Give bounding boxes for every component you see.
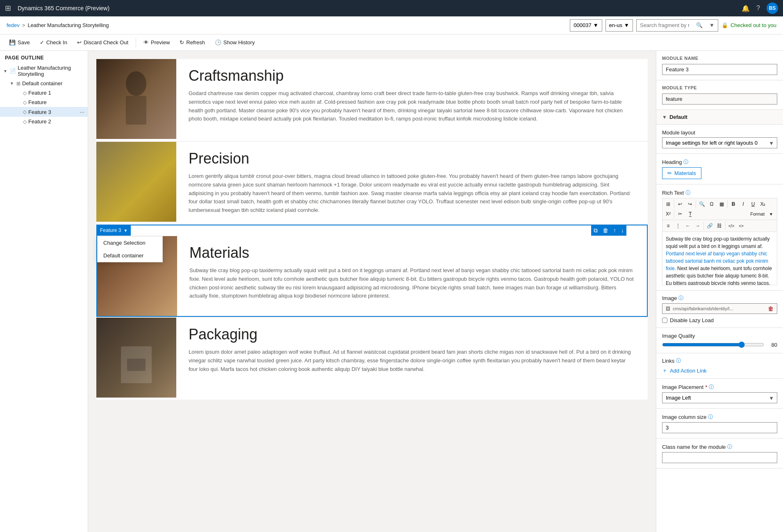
breadcrumb-link[interactable]: fedev [7, 22, 20, 28]
help-icon[interactable]: ? [756, 5, 760, 12]
sidebar-item-feature-3[interactable]: ◇ Feature 3 ··· [0, 107, 88, 117]
rich-text-info-icon[interactable]: ⓘ [685, 189, 690, 196]
add-action-link-button[interactable]: ＋ Add Action Link [662, 367, 777, 374]
breadcrumb-right: 000037 ▼ en-us ▼ 🔍 ▼ 🔒 Checked out to yo… [570, 19, 776, 32]
rt-removeformat-btn[interactable]: ✂ [675, 209, 685, 219]
history-button[interactable]: 🕒 Show History [211, 36, 259, 49]
rt-find-btn[interactable]: 🔍 [697, 199, 707, 209]
rt-undo-btn[interactable]: ↩ [675, 199, 685, 209]
more-icon[interactable]: ··· [80, 109, 84, 115]
rt-italic-btn[interactable]: I [738, 199, 748, 209]
plus-icon: ＋ [662, 367, 667, 374]
search-icon[interactable]: 🔍 [693, 22, 706, 28]
rt-link-btn[interactable]: 🔗 [705, 221, 715, 231]
collapse-section-default[interactable]: ▼ Default [656, 110, 783, 125]
rt-code2-btn[interactable]: <> [736, 221, 746, 231]
context-menu-change-selection[interactable]: Change Selection [98, 236, 162, 249]
rt-superscript-btn[interactable]: X² [663, 209, 673, 219]
heading-info-icon[interactable]: ⓘ [683, 159, 688, 166]
container-icon: ⊞ [16, 81, 20, 86]
module-layout-select[interactable]: Image settings for left or right layouts… [662, 137, 777, 148]
rt-table-btn[interactable]: ▦ [717, 199, 726, 209]
version-dropdown[interactable]: 000037 ▼ [570, 19, 602, 32]
bell-icon[interactable]: 🔔 [742, 5, 750, 12]
module-name-input[interactable] [662, 64, 777, 75]
feature-text-craftsmanship: Godard chartreuse raw denim copper mug a… [189, 89, 635, 123]
image-column-size-label: Image column size ⓘ [662, 414, 777, 421]
discard-icon: ↩ [77, 39, 82, 45]
context-menu-default-container[interactable]: Default container [98, 249, 162, 262]
module-type-label: Module Type [662, 85, 777, 90]
move-up-button[interactable]: ↑ [611, 226, 619, 234]
sidebar-item-default-container[interactable]: ▼ ⊞ Default container [0, 79, 88, 88]
sidebar-item-label: Feature 3 [28, 109, 78, 115]
rt-unlink-btn[interactable]: ⛓ [715, 221, 724, 231]
module-layout-select-wrapper: Image settings for left or right layouts… [662, 137, 777, 148]
chevron-down-icon[interactable]: ▼ [123, 228, 127, 233]
refresh-icon: ↻ [180, 39, 184, 45]
rt-indent-inc-btn[interactable]: → [693, 221, 703, 231]
image-quality-section: Image Quality 80 [656, 328, 783, 353]
class-name-info-icon[interactable]: ⓘ [727, 443, 732, 450]
search-dropdown-icon[interactable]: ▼ [706, 22, 718, 28]
sidebar-item-feature-2[interactable]: ◇ Feature 2 [0, 117, 88, 126]
sidebar-header: Page Outline [0, 51, 88, 63]
context-menu: Change Selection Default container [97, 236, 163, 262]
image-path-icon: 🖼 [666, 306, 670, 311]
rt-subscript-btn[interactable]: X₂ [758, 199, 768, 209]
rt-underline-btn[interactable]: U [748, 199, 758, 209]
rt-code-btn[interactable]: </> [726, 221, 736, 231]
feature-image-packaging [96, 318, 176, 398]
class-name-input[interactable] [662, 452, 777, 463]
save-button[interactable]: 💾 Save [5, 36, 34, 49]
rt-format-arrow-btn[interactable]: ▼ [766, 209, 776, 219]
materials-button[interactable]: ✏ Materials [662, 167, 701, 179]
sidebar-item-feature[interactable]: ◇ Feature [0, 98, 88, 107]
feature-title-precision: Precision [189, 150, 635, 167]
feature-text-packaging: Lorem ipsum dolor amet paleo adaptogen w… [189, 348, 635, 373]
locale-dropdown[interactable]: en-us ▼ [605, 19, 633, 32]
copy-button[interactable]: ⧉ [591, 226, 600, 235]
expand-icon: ▼ [3, 69, 8, 73]
links-section: Links ⓘ ＋ Add Action Link [656, 353, 783, 379]
links-label: Links ⓘ [662, 357, 777, 364]
rt-format-btn[interactable]: Format [749, 209, 766, 219]
image-quality-slider[interactable] [662, 341, 764, 348]
image-delete-button[interactable]: 🗑 [768, 305, 774, 312]
rt-redo-btn[interactable]: ↪ [685, 199, 695, 209]
feature3-label: Feature 3 [100, 227, 121, 233]
links-info-icon[interactable]: ⓘ [676, 357, 681, 364]
check-in-button[interactable]: ✓ Check In [36, 36, 71, 49]
content-area: Craftsmanship Godard chartreuse raw deni… [88, 51, 656, 532]
image-path-row: 🖼 cms/api/fabrikamsb/identity/l... 🗑 [662, 303, 777, 314]
search-input[interactable] [637, 22, 693, 28]
rt-bold-btn[interactable]: B [728, 199, 738, 209]
avatar[interactable]: BS [767, 2, 778, 14]
rt-indent-dec-btn[interactable]: ← [683, 221, 693, 231]
disable-lazy-load-checkbox[interactable] [662, 318, 667, 323]
refresh-button[interactable]: ↻ Refresh [175, 36, 209, 49]
sidebar-item-root[interactable]: ▼ 📄 Leather Manufacturing Storytelling [0, 63, 88, 79]
rt-copyformat-btn[interactable]: T̲ [685, 209, 695, 219]
rt-list-bull-btn[interactable]: ⋮ [673, 221, 683, 231]
rt-list-num-btn[interactable]: ≡ [663, 221, 673, 231]
preview-button[interactable]: 👁 Preview [139, 36, 174, 49]
module-layout-label: Module layout [662, 130, 777, 136]
delete-button[interactable]: 🗑 [600, 226, 611, 234]
page-icon: 📄 [10, 68, 16, 74]
sidebar: Page Outline ▼ 📄 Leather Manufacturing S… [0, 51, 88, 532]
image-placement-select[interactable]: Image Left Image Right [662, 392, 777, 403]
image-path-text: cms/api/fabrikamsb/identity/l... [673, 306, 733, 311]
rt-special-btn[interactable]: Ω [707, 199, 717, 209]
image-placement-info-icon[interactable]: ⓘ [709, 384, 714, 391]
sidebar-item-feature-1[interactable]: ◇ Feature 1 [0, 88, 88, 98]
rt-source-btn[interactable]: ⊞ [663, 199, 673, 209]
rich-text-content[interactable]: Subway tile cray blog pop-up taxidermy a… [662, 232, 777, 285]
discard-button[interactable]: ↩ Discard Check Out [73, 36, 132, 49]
move-down-button[interactable]: ↓ [619, 226, 626, 234]
image-column-size-input[interactable] [662, 422, 777, 433]
required-marker: * [705, 384, 707, 390]
image-info-icon[interactable]: ⓘ [678, 295, 683, 302]
module-type-input[interactable] [662, 93, 777, 105]
image-column-size-info-icon[interactable]: ⓘ [708, 414, 713, 421]
